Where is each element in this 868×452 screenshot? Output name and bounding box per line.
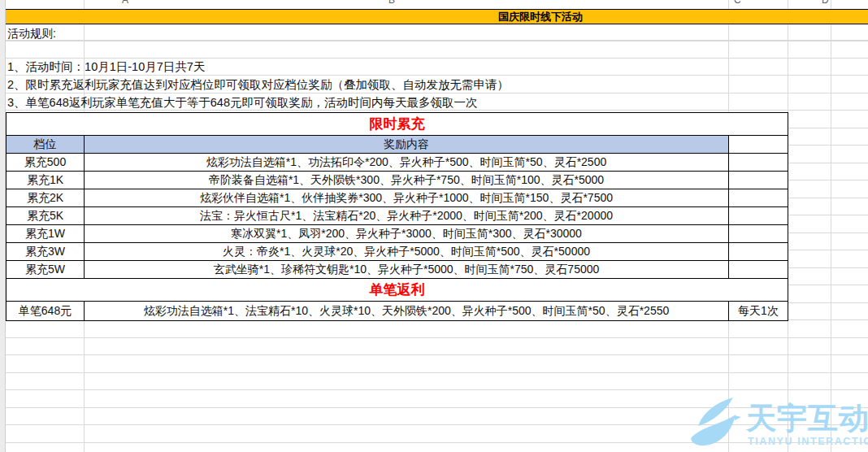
table-row: 累充500 炫彩功法自选箱*1、功法拓印令*200、异火种子*500、时间玉简*… xyxy=(7,154,788,172)
rule-line-2[interactable]: 2、限时累充返利玩家充值达到对应档位即可领取对应档位奖励（叠加领取、自动发放无需… xyxy=(7,77,509,93)
logo-subtitle-text: TIANYU INTERACTION xyxy=(748,436,868,447)
reward-column-header[interactable]: 奖励内容 xyxy=(85,136,729,154)
table-row: 累充1W 寒冰双翼*1、凤羽*200、异火种子*3000、时间玉简*300、灵石… xyxy=(7,225,788,243)
grid-vline xyxy=(831,0,831,452)
activity-title-banner[interactable]: 国庆限时线下活动 xyxy=(6,9,868,24)
single-section-title[interactable]: 单笔返利 xyxy=(7,279,788,302)
column-header-c[interactable]: C xyxy=(734,0,741,6)
table-row: 累充3W 火灵：帝炎*1、火灵球*20、异火种子*5000、时间玉简*500、灵… xyxy=(7,243,788,261)
note-cell[interactable]: 每天1次 xyxy=(729,302,788,321)
table-row: 累充5W 玄武坐骑*1、珍稀符文钥匙*10、异火种子*5000、时间玉简*750… xyxy=(7,261,788,279)
reward-cell[interactable]: 寒冰双翼*1、凤羽*200、异火种子*3000、时间玉简*300、灵石*3000… xyxy=(85,225,729,243)
note-cell[interactable] xyxy=(729,225,788,243)
reward-cell[interactable]: 法宝：异火恒古尺*1、法宝精石*20、异火种子*2000、时间玉简*200、灵石… xyxy=(85,207,729,225)
column-header-a[interactable]: A xyxy=(122,0,128,6)
table-row: 单笔648元 炫彩功法自选箱*1、法宝精石*10、火灵球*10、天外陨铁*200… xyxy=(7,302,788,321)
tier-cell[interactable]: 累充5K xyxy=(7,207,85,225)
table-header-row: 档位 奖励内容 xyxy=(7,136,788,154)
rules-label-cell[interactable]: 活动规则: xyxy=(7,27,56,41)
table-row: 累充2K 炫彩伙伴自选箱*1、伙伴抽奖券*300、异火种子*1000、时间玉简*… xyxy=(7,189,788,207)
reward-cell[interactable]: 炫彩功法自选箱*1、功法拓印令*200、异火种子*500、时间玉简*50、灵石*… xyxy=(85,154,729,172)
reward-cell[interactable]: 火灵：帝炎*1、火灵球*20、异火种子*5000、时间玉简*500、灵石*500… xyxy=(85,243,729,261)
spreadsheet-view: A B C D 国庆限时线下活动 活动规则: 1、活动时间：10月1日-10月7… xyxy=(0,0,868,452)
table-row: 累充5K 法宝：异火恒古尺*1、法宝精石*20、异火种子*2000、时间玉简*2… xyxy=(7,207,788,225)
tier-cell[interactable]: 累充1W xyxy=(7,225,85,243)
reward-cell[interactable]: 炫彩伙伴自选箱*1、伙伴抽奖券*300、异火种子*1000、时间玉简*150、灵… xyxy=(85,189,729,207)
reward-cell[interactable]: 帝阶装备自选箱*1、天外陨铁*300、异火种子*750、时间玉简*100、灵石*… xyxy=(85,172,729,189)
rule-line-1[interactable]: 1、活动时间：10月1日-10月7日共7天 xyxy=(7,59,205,75)
tier-column-header[interactable]: 档位 xyxy=(7,136,85,154)
note-column-header[interactable] xyxy=(729,136,788,154)
tier-cell[interactable]: 单笔648元 xyxy=(7,302,85,321)
note-cell[interactable] xyxy=(729,243,788,261)
bird-logo-icon xyxy=(688,398,743,450)
rule-line-3[interactable]: 3、单笔648返利玩家单笔充值大于等于648元即可领取奖励，活动时间内每天最多领… xyxy=(7,95,477,111)
table-row: 单笔返利 xyxy=(7,279,788,302)
tier-cell[interactable]: 累充500 xyxy=(7,154,85,172)
cumulative-section-title[interactable]: 限时累充 xyxy=(7,113,788,136)
reward-cell[interactable]: 玄武坐骑*1、珍稀符文钥匙*10、异火种子*5000、时间玉简*750、灵石75… xyxy=(85,261,729,279)
tier-cell[interactable]: 累充1K xyxy=(7,172,85,189)
column-header-d[interactable]: D xyxy=(822,0,829,6)
tier-cell[interactable]: 累充5W xyxy=(7,261,85,279)
logo-name-text: 天宇互动 xyxy=(746,404,868,433)
table-row: 限时累充 xyxy=(7,113,788,136)
note-cell[interactable] xyxy=(729,154,788,172)
note-cell[interactable] xyxy=(729,207,788,225)
tier-cell[interactable]: 累充3W xyxy=(7,243,85,261)
row-header-strip xyxy=(0,0,6,452)
note-cell[interactable] xyxy=(729,189,788,207)
table-row: 累充1K 帝阶装备自选箱*1、天外陨铁*300、异火种子*750、时间玉简*10… xyxy=(7,172,788,189)
column-header-b[interactable]: B xyxy=(388,0,395,6)
tianyu-logo: 天宇互动 TIANYU INTERACTION xyxy=(688,393,868,452)
tier-cell[interactable]: 累充2K xyxy=(7,189,85,207)
note-cell[interactable] xyxy=(729,172,788,189)
rebate-table: 限时累充 档位 奖励内容 累充500 炫彩功法自选箱*1、功法拓印令*200、异… xyxy=(6,112,788,321)
reward-cell[interactable]: 炫彩功法自选箱*1、法宝精石*10、火灵球*10、天外陨铁*200、异火种子*5… xyxy=(85,302,729,321)
note-cell[interactable] xyxy=(729,261,788,279)
